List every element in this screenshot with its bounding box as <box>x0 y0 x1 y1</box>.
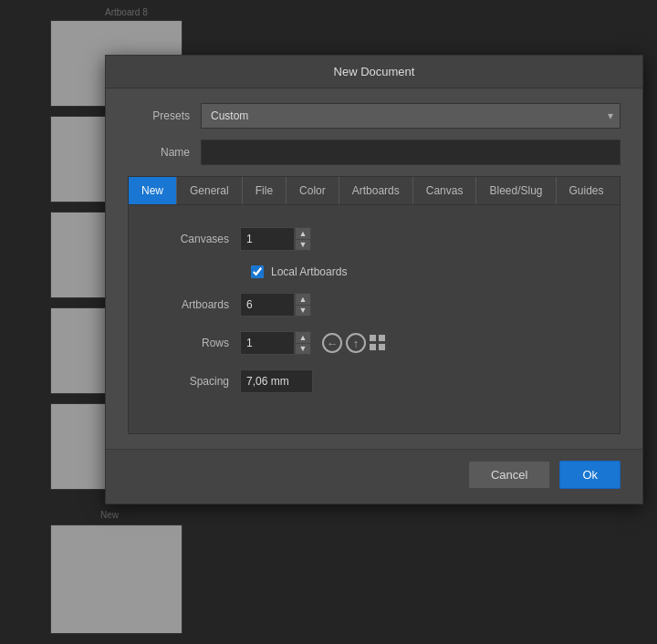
rows-row: Rows ▲ ▼ ← ↑ <box>158 331 590 355</box>
artboards-spinner-buttons: ▲ ▼ <box>295 293 311 317</box>
artboards-row: Artboards ▲ ▼ <box>158 293 590 317</box>
spacing-label: Spacing <box>158 375 240 388</box>
canvases-input[interactable] <box>240 227 295 251</box>
tab-artboards[interactable]: Artboards <box>339 177 413 204</box>
dialog-title: New Document <box>334 65 415 78</box>
tab-file[interactable]: File <box>243 177 287 204</box>
artboards-increment[interactable]: ▲ <box>295 293 311 305</box>
canvases-decrement[interactable]: ▼ <box>295 239 311 251</box>
dialog-footer: Cancel Ok <box>106 449 642 504</box>
tab-new-content: Canvases ▲ ▼ Local Artboards <box>129 205 620 433</box>
canvases-increment[interactable]: ▲ <box>295 227 311 239</box>
tabs-bar: New General File Color Artboards Canvas … <box>129 177 620 205</box>
name-label: Name <box>128 146 201 159</box>
presets-label: Presets <box>128 109 201 122</box>
artboards-label: Artboards <box>158 298 240 311</box>
arrange-up-icon[interactable]: ↑ <box>346 333 366 353</box>
spacing-input[interactable] <box>240 369 313 393</box>
dialog-title-bar: New Document <box>106 56 642 88</box>
rows-input[interactable] <box>240 331 295 355</box>
ok-button[interactable]: Ok <box>559 461 620 489</box>
tab-bleed-slug[interactable]: Bleed/Slug <box>476 177 556 204</box>
local-artboards-row: Local Artboards <box>158 265 590 278</box>
rows-increment[interactable]: ▲ <box>295 331 311 343</box>
tab-color[interactable]: Color <box>287 177 339 204</box>
tabs-container: New General File Color Artboards Canvas … <box>128 176 620 434</box>
tab-canvas[interactable]: Canvas <box>413 177 477 204</box>
artboards-spinner: ▲ ▼ <box>240 293 311 317</box>
local-artboards-checkbox[interactable] <box>251 265 264 278</box>
presets-select[interactable]: Custom <box>201 103 620 129</box>
artboards-input[interactable] <box>240 293 295 317</box>
canvases-spinner-buttons: ▲ ▼ <box>295 227 311 251</box>
name-row: Name <box>128 140 620 165</box>
tab-general[interactable]: General <box>177 177 243 204</box>
grid-layout-icon[interactable] <box>370 335 386 351</box>
new-document-dialog: New Document Presets Custom ▾ Name New G… <box>105 55 643 504</box>
rows-spinner: ▲ ▼ <box>240 331 311 355</box>
canvases-label: Canvases <box>158 233 240 245</box>
name-input[interactable] <box>201 140 620 165</box>
layout-icons: ← ↑ <box>322 333 386 353</box>
cancel-button[interactable]: Cancel <box>468 461 550 489</box>
rows-label: Rows <box>158 337 240 349</box>
canvases-row: Canvases ▲ ▼ <box>158 227 590 251</box>
canvases-spinner: ▲ ▼ <box>240 227 311 251</box>
artboards-decrement[interactable]: ▼ <box>295 305 311 317</box>
presets-select-wrapper: Custom ▾ <box>201 103 620 129</box>
tab-guides[interactable]: Guides <box>557 177 617 204</box>
presets-row: Presets Custom ▾ <box>128 103 620 129</box>
dialog-body: Presets Custom ▾ Name New General File C… <box>106 88 642 449</box>
local-artboards-label: Local Artboards <box>271 265 347 278</box>
rows-decrement[interactable]: ▼ <box>295 343 311 355</box>
tab-new[interactable]: New <box>129 177 177 204</box>
rows-spinner-buttons: ▲ ▼ <box>295 331 311 355</box>
spacing-row: Spacing <box>158 369 590 393</box>
arrange-left-icon[interactable]: ← <box>322 333 342 353</box>
